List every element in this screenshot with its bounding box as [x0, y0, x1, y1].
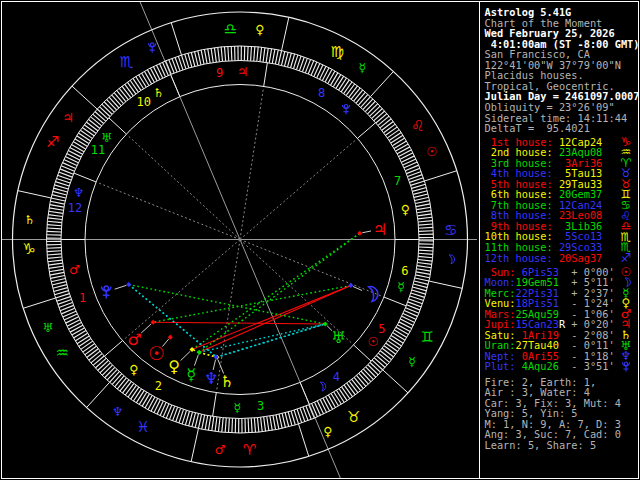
- sidebar-separator: [479, 2, 480, 478]
- stat-line-6-text: Learn: 5, Share: 5: [485, 439, 597, 451]
- planet-row-Plut-text: Plut:: [485, 360, 516, 372]
- astrolog-window: ☉☿♀♂♃♄♅♆♈♂♉♀♊☿♋♌☉♍☿♎♀♏♐♃♑♄♒♅♓♆1♂2♀3☿45☉6…: [0, 0, 640, 480]
- house-row-12-text: 12th house:: [485, 252, 559, 264]
- planet-row-Plut: Plut: 4Aqu26 - 3°51': [485, 361, 615, 372]
- stat-line-6: Learn: 5, Share: 5: [485, 440, 597, 451]
- planet-row-Plut-text: - 3°51': [565, 360, 615, 372]
- house-row-12: 12th house: 20Sag37: [485, 253, 603, 264]
- house-row-12-text: 20Sag37: [559, 252, 602, 264]
- header-line-11: DeltaT = 95.4021: [485, 123, 590, 134]
- chart-info-sidebar: Astrolog 5.41GChart of the MomentWed Feb…: [0, 0, 640, 480]
- planet-row-Plut-text: 4Aqu26: [516, 360, 559, 372]
- header-line-11-text: DeltaT = 95.4021: [485, 122, 590, 134]
